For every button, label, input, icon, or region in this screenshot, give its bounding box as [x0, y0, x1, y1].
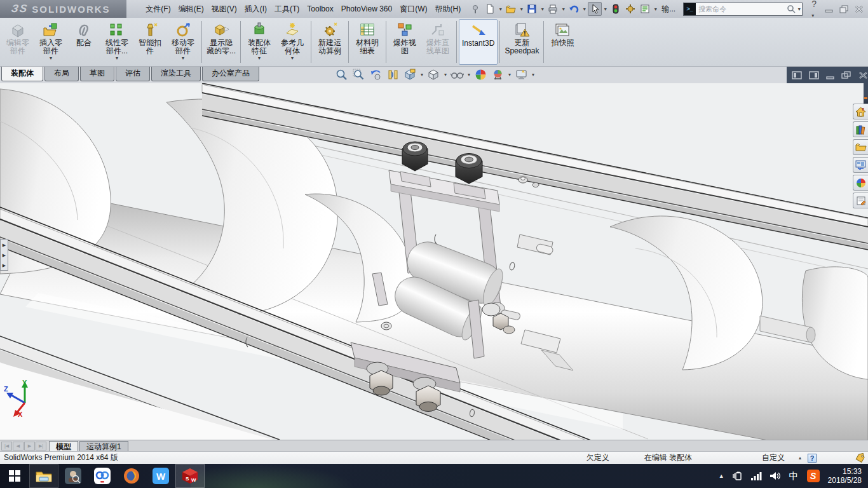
apply-scene-icon[interactable]: [491, 68, 505, 81]
ime-indicator[interactable]: 中: [789, 470, 799, 482]
taskbar-solidworks[interactable]: SW: [175, 464, 205, 488]
options-button[interactable]: [623, 2, 637, 16]
last-tab-button[interactable]: ▶|: [36, 442, 46, 451]
hide-show-items-icon[interactable]: [451, 68, 464, 81]
cm-instant3d-button[interactable]: Instant3D: [459, 19, 498, 65]
menu-edit[interactable]: 编辑(E): [175, 0, 208, 18]
edit-appearance-icon[interactable]: [474, 68, 487, 81]
cm-smart-fasteners-button[interactable]: 智能扣 件: [133, 19, 166, 65]
taskbar-wps-office[interactable]: W: [146, 464, 175, 488]
design-checker-button[interactable]: [638, 2, 652, 16]
select-dropdown-caret[interactable]: ▾: [602, 6, 608, 12]
zoom-to-fit-icon[interactable]: [335, 68, 348, 81]
cm-update-speedpak-button[interactable]: 更新 Speedpak: [502, 19, 541, 65]
custom-status-caret[interactable]: ▴: [799, 455, 801, 461]
cm-mate-button[interactable]: 配合: [67, 19, 100, 65]
zoom-to-area-icon[interactable]: [352, 68, 365, 81]
view-settings-caret[interactable]: ▾: [532, 72, 534, 78]
graphics-area[interactable]: ▶ ▶ ▶: [0, 83, 868, 440]
menu-file[interactable]: 文件(F): [142, 0, 174, 18]
appearances-scenes-tab[interactable]: [853, 175, 868, 191]
menu-toolbox[interactable]: Toolbox: [303, 0, 337, 18]
open-button[interactable]: [504, 2, 518, 16]
solidworks-resources-tab[interactable]: [853, 104, 868, 119]
custom-status-button[interactable]: 自定义: [762, 452, 785, 463]
cm-bill-of-materials-button[interactable]: 材料明 细表: [351, 19, 384, 65]
linear-pattern-caret[interactable]: ▾: [116, 55, 118, 62]
hide-show-caret[interactable]: ▾: [468, 72, 470, 78]
collapse-pane-right-button[interactable]: [809, 71, 819, 79]
pin-icon[interactable]: [468, 2, 482, 16]
open-dropdown-caret[interactable]: ▾: [519, 6, 524, 12]
menu-insert[interactable]: 插入(I): [241, 0, 271, 18]
view-orientation-icon[interactable]: [403, 68, 417, 81]
tag-icon[interactable]: [855, 453, 865, 463]
cm-linear-pattern-button[interactable]: 线性零 部件...▾: [100, 19, 133, 65]
cm-move-component-button[interactable]: 移动零 部件▾: [166, 19, 200, 65]
cm-show-hidden-button[interactable]: 显示隐 藏的零...: [204, 19, 238, 65]
menu-photoview360[interactable]: PhotoView 360: [337, 0, 397, 18]
cm-insert-component-button[interactable]: 插入零 部件▾: [34, 19, 67, 65]
sogou-input-icon[interactable]: S: [807, 470, 820, 482]
battery-icon[interactable]: [733, 471, 743, 480]
cm-assembly-features-button[interactable]: 装配体 特征▾: [243, 19, 276, 65]
tab-evaluate[interactable]: 评估: [116, 67, 150, 81]
model-tab[interactable]: 模型: [49, 441, 78, 451]
menu-help[interactable]: 帮助(H): [431, 0, 465, 18]
taskbar-file-explorer[interactable]: [29, 464, 58, 488]
restore-button[interactable]: [839, 5, 848, 13]
previous-tab-button[interactable]: ◀: [13, 442, 24, 451]
design-library-tab[interactable]: [853, 121, 868, 137]
doc-minimize-button[interactable]: [826, 71, 835, 79]
feature-panel-splitter[interactable]: ▶ ▶ ▶: [0, 239, 8, 271]
cm-exploded-view-button[interactable]: 爆炸视 图: [388, 19, 421, 65]
cm-take-snapshot-button[interactable]: 拍快照: [546, 19, 579, 65]
cm-explode-line-sketch-button[interactable]: 爆炸直 线草图: [421, 19, 454, 65]
next-tab-button[interactable]: ▶: [24, 442, 35, 451]
network-signal-icon[interactable]: [751, 472, 762, 480]
volume-icon[interactable]: [770, 471, 781, 480]
assembly-features-caret[interactable]: ▾: [258, 55, 261, 62]
save-button[interactable]: [525, 2, 539, 16]
insert-component-caret[interactable]: ▾: [50, 55, 52, 62]
section-view-icon[interactable]: [386, 68, 400, 81]
view-orientation-caret[interactable]: ▾: [421, 72, 423, 78]
view-settings-icon[interactable]: [515, 68, 528, 81]
print-dropdown-caret[interactable]: ▾: [560, 6, 566, 12]
save-dropdown-caret[interactable]: ▾: [539, 6, 545, 12]
undo-button[interactable]: [567, 2, 581, 16]
tab-sketch[interactable]: 草图: [80, 67, 114, 81]
taskbar-baidu-netdisk[interactable]: [88, 464, 117, 488]
status-help-icon[interactable]: ?: [808, 454, 817, 463]
apply-scene-caret[interactable]: ▾: [508, 72, 511, 78]
undo-dropdown-caret[interactable]: ▾: [581, 6, 587, 12]
checker-dropdown-caret[interactable]: ▾: [653, 6, 658, 12]
close-button[interactable]: [855, 5, 863, 13]
tab-assembly[interactable]: 装配体: [1, 67, 43, 81]
select-tool-button[interactable]: [588, 2, 602, 16]
tab-render-tools[interactable]: 渲染工具: [151, 67, 201, 81]
search-icon[interactable]: [786, 4, 796, 14]
new-dropdown-caret[interactable]: ▾: [498, 6, 503, 12]
display-style-icon[interactable]: [427, 68, 440, 81]
move-component-caret[interactable]: ▾: [182, 55, 184, 62]
collapse-pane-left-button[interactable]: [792, 71, 802, 79]
display-style-caret[interactable]: ▾: [444, 72, 447, 78]
custom-properties-tab[interactable]: [853, 193, 868, 208]
view-palette-tab[interactable]: [853, 157, 868, 173]
previous-view-icon[interactable]: [369, 68, 383, 81]
taskbar-firefox[interactable]: [117, 464, 146, 488]
menu-window[interactable]: 窗口(W): [396, 0, 431, 18]
print-button[interactable]: [546, 2, 560, 16]
cm-new-motion-study-button[interactable]: 新建运 动算例: [313, 19, 346, 65]
tab-office-products[interactable]: 办公室产品: [202, 67, 259, 81]
task-pane-edge[interactable]: [864, 83, 868, 104]
help-icon[interactable]: ?▾: [811, 0, 818, 19]
input-truncated-button[interactable]: 输...: [659, 4, 678, 15]
motion-study-tab[interactable]: 运动算例1: [79, 441, 128, 451]
menu-tools[interactable]: 工具(T): [271, 0, 303, 18]
search-input[interactable]: [696, 5, 786, 13]
search-dropdown-caret[interactable]: ▾: [796, 6, 802, 12]
new-document-button[interactable]: [483, 2, 497, 16]
rebuild-button[interactable]: [609, 2, 623, 16]
